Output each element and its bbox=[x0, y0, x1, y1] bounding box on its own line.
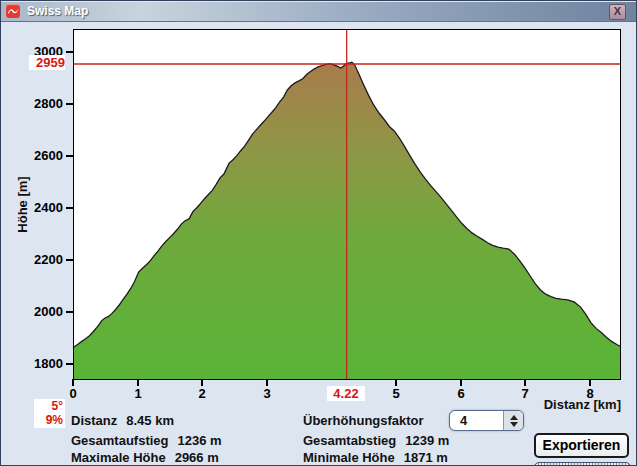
stat-minimale-hoehe: Minimale Höhe1871 m bbox=[303, 450, 448, 465]
elevation-profile-chart[interactable] bbox=[74, 30, 620, 379]
title-bar[interactable]: Swiss Map X bbox=[1, 1, 636, 22]
stat-label: Maximale Höhe bbox=[71, 450, 166, 465]
x-tick-mark bbox=[201, 379, 203, 386]
spinner-value[interactable]: 4 bbox=[460, 413, 467, 428]
exaggeration-spinner[interactable]: 4 bbox=[449, 410, 524, 431]
stat-label: Gesamtaufstieg bbox=[71, 433, 169, 448]
exaggeration-label: Überhöhungsfaktor bbox=[303, 413, 424, 428]
y-tick-label: 2600 bbox=[21, 148, 63, 163]
x-tick-mark bbox=[589, 379, 591, 386]
stat-maximale-hoehe: Maximale Höhe2966 m bbox=[71, 450, 219, 465]
chevron-up-icon[interactable] bbox=[510, 415, 518, 420]
x-tick-label: 6 bbox=[446, 386, 476, 401]
y-tick-label: 2400 bbox=[21, 200, 63, 215]
y-tick-label: 1800 bbox=[21, 356, 63, 371]
stat-label: Distanz bbox=[71, 413, 117, 428]
y-tick-mark bbox=[66, 155, 73, 157]
y-tick-mark bbox=[66, 51, 73, 53]
partial-bottom-button[interactable] bbox=[534, 462, 631, 466]
x-tick-mark bbox=[524, 379, 526, 386]
x-tick-mark bbox=[395, 379, 397, 386]
elevation-profile-plot[interactable] bbox=[73, 29, 621, 380]
x-tick-mark bbox=[460, 379, 462, 386]
y-tick-mark bbox=[66, 363, 73, 365]
y-tick-label: 2800 bbox=[21, 96, 63, 111]
stat-gesamtabstieg: Gesamtabstieg1239 m bbox=[303, 433, 449, 448]
stat-value: 1236 m bbox=[178, 433, 222, 448]
y-tick-mark bbox=[66, 103, 73, 105]
x-tick-label: 8 bbox=[575, 386, 605, 401]
x-tick-label: 5 bbox=[381, 386, 411, 401]
window-title: Swiss Map bbox=[27, 4, 88, 18]
x-tick-label: 7 bbox=[510, 386, 540, 401]
stat-value: 2966 m bbox=[175, 450, 219, 465]
stat-label: Gesamtabstieg bbox=[303, 433, 396, 448]
chevron-down-icon[interactable] bbox=[510, 422, 518, 427]
swiss-map-window: Swiss Map X Höhe [m] Distanz [km] 180020… bbox=[0, 0, 637, 466]
slope-readout: 5° 9% bbox=[34, 399, 65, 428]
export-button[interactable]: Exportieren bbox=[534, 433, 629, 458]
crosshair-elevation-label: 2959 bbox=[29, 55, 65, 70]
stat-value: 1239 m bbox=[405, 433, 449, 448]
y-tick-mark bbox=[66, 259, 73, 261]
x-tick-label: 2 bbox=[187, 386, 217, 401]
stat-distanz: Distanz8.45 km bbox=[71, 413, 174, 428]
y-tick-mark bbox=[66, 207, 73, 209]
slope-percent: 9% bbox=[34, 413, 63, 427]
x-tick-label: 3 bbox=[252, 386, 282, 401]
spinner-stepper[interactable] bbox=[503, 411, 523, 430]
x-tick-label: 1 bbox=[123, 386, 153, 401]
stat-value: 1871 m bbox=[404, 450, 448, 465]
x-tick-mark bbox=[72, 379, 74, 386]
x-tick-mark bbox=[137, 379, 139, 386]
y-tick-label: 2000 bbox=[21, 304, 63, 319]
y-tick-mark bbox=[66, 311, 73, 313]
x-tick-mark bbox=[266, 379, 268, 386]
crosshair-distance-label: 4.22 bbox=[327, 386, 365, 401]
y-tick-label: 2200 bbox=[21, 252, 63, 267]
close-icon[interactable]: X bbox=[609, 4, 626, 20]
stat-gesamtaufstieg: Gesamtaufstieg1236 m bbox=[71, 433, 222, 448]
stat-label: Minimale Höhe bbox=[303, 450, 395, 465]
stat-value: 8.45 km bbox=[126, 413, 174, 428]
swiss-map-icon bbox=[6, 4, 20, 18]
slope-degrees: 5° bbox=[34, 399, 63, 413]
